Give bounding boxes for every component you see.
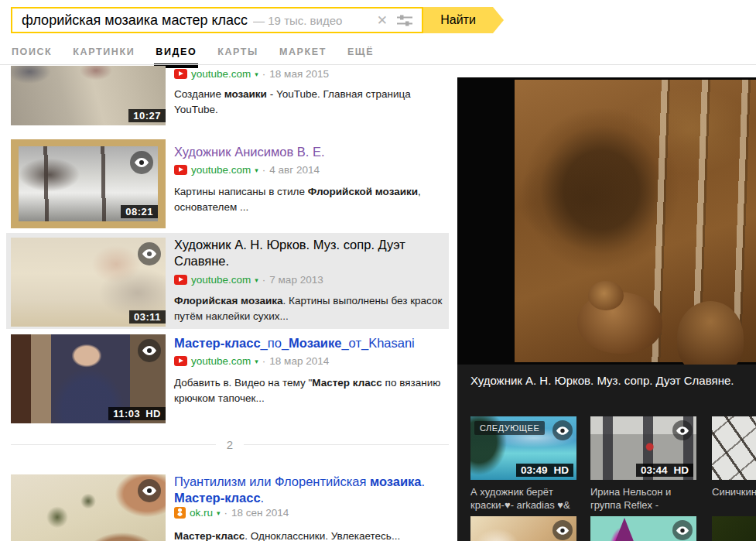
video-player-screen[interactable] [457,77,756,365]
player-info: Художник А. Н. Юрков. Муз. сопр. Дуэт Сл… [457,365,756,541]
chevron-down-icon[interactable]: ▾ [255,358,258,365]
result-title[interactable]: Мастер-класс_по_Мозаике_от_Khasani [174,335,446,351]
related-video-thumbnail[interactable] [590,516,696,541]
duration-badge: 10:27 [128,109,166,122]
result-thumbnail[interactable]: 11:03HD [11,334,166,423]
chevron-down-icon[interactable]: ▾ [255,166,258,174]
tab-maps[interactable]: КАРТЫ [217,44,258,60]
duration-badge: 03:49HD [516,464,573,477]
result-date: 18 мая 2015 [269,68,329,80]
result-date: 4 авг 2014 [269,164,320,176]
next-badge: СЛЕДУЮЩЕЕ [474,421,545,435]
result-title[interactable]: Художник А. Н. Юрков. Муз. сопр. Дуэт Сл… [174,237,423,269]
views-eye-icon [672,420,693,440]
youtube-icon [174,275,187,285]
search-result-count-hint: — 19 тыс. видео [253,14,371,27]
views-eye-icon [672,520,693,540]
related-video-thumbnail[interactable] [712,516,756,541]
chevron-down-icon[interactable]: ▾ [217,509,221,517]
result-description: Добавить в. Видео на тему "Мастер класс … [174,375,446,406]
divider-line [11,444,216,445]
result-source[interactable]: youtube.com [191,68,251,80]
result-source[interactable]: youtube.com [191,355,251,367]
youtube-icon [174,356,187,366]
result-meta: youtube.com ▾ · 18 мая 2015 [174,68,329,80]
result-source[interactable]: youtube.com [191,274,251,286]
result-date: 18 мар 2014 [269,355,329,367]
search-input[interactable]: флорийская мозаика мастер класс — 19 тыс… [11,7,423,33]
tab-market[interactable]: МАРКЕТ [279,44,327,60]
yandex-video-search-page: флорийская мозаика мастер класс — 19 тыс… [0,0,756,541]
filters-icon[interactable] [394,14,416,27]
page-divider: 2 [11,438,449,451]
result-date: 7 мар 2013 [269,274,323,286]
video-frame [515,80,756,362]
result-title[interactable]: Пуантилизм или Флорентийская мозаика. Ма… [174,474,446,506]
tab-search[interactable]: ПОИСК [12,44,52,60]
search-query-text: флорийская мозаика мастер класс [22,12,248,29]
related-video-thumbnail[interactable] [712,416,756,480]
result-meta: youtube.com ▾ · 18 мар 2014 [174,355,329,367]
header-divider [0,64,756,65]
result-title[interactable]: Художник Анисимов В. Е. [174,144,437,160]
duration-badge: 03:44HD [636,464,693,477]
meta-separator: · [262,68,266,80]
youtube-icon [174,165,187,175]
result-description: Создание мозаики - YouTube. Главная стра… [174,87,446,118]
search-button[interactable]: Найти [423,7,504,33]
views-eye-icon [138,242,161,265]
result-thumbnail[interactable]: 08:21 [11,139,166,228]
bear [677,301,744,374]
duration-badge: 03:11 [129,310,166,324]
search-button-label: Найти [440,13,476,27]
views-eye-icon [138,479,161,502]
result-thumbnail[interactable] [11,474,166,541]
page-number: 2 [227,438,233,451]
clear-icon[interactable]: ✕ [371,12,394,29]
result-description: Картины написаны в стиле Флорийской моза… [174,184,446,215]
tab-more[interactable]: ЕЩЁ [347,44,374,60]
player-video-title: Художник А. Н. Юрков. Муз. сопр. Дуэт Сл… [470,374,749,387]
result-description: Флорийская мозаика. Картины выполнены бе… [174,293,446,324]
service-tabs: ПОИСК КАРТИНКИ ВИДЕО КАРТЫ МАРКЕТ ЕЩЁ [12,44,374,60]
result-date: 18 сен 2014 [231,507,289,519]
views-eye-icon [552,420,573,440]
related-video-caption[interactable]: Ирина Нельсон и группа Reflex - [590,485,702,512]
result-thumbnail[interactable]: 10:27 [11,66,166,125]
result-meta: ok.ru ▾ · 18 сен 2014 [174,507,289,519]
odnoklassniki-icon [174,507,186,519]
tab-images[interactable]: КАРТИНКИ [73,44,135,60]
result-source[interactable]: ok.ru [190,507,213,519]
meta-separator: · [262,355,266,367]
result-meta: youtube.com ▾ · 7 мар 2013 [174,274,323,286]
views-eye-icon [552,520,573,540]
chevron-down-icon[interactable]: ▾ [255,70,258,78]
related-video-caption[interactable]: А художник берёт краски-♥- arkadias ♥& [470,485,582,512]
duration-badge: 11:03HD [108,407,166,420]
views-eye-icon [130,151,153,174]
related-video-caption[interactable]: Синичкин [712,485,756,498]
bear [577,292,662,354]
chevron-down-icon[interactable]: ▾ [255,276,258,284]
meta-separator: · [224,507,228,519]
result-thumbnail[interactable]: 03:11 [11,238,166,327]
result-source[interactable]: youtube.com [191,164,251,176]
divider-line [244,444,449,445]
result-description: Мастер-класс. Одноклассники. Увлекаетесь… [174,529,446,541]
duration-badge: 08:21 [121,205,158,218]
video-player-panel: Художник А. Н. Юрков. Муз. сопр. Дуэт Сл… [457,77,756,541]
related-video-thumbnail[interactable]: СЛЕДУЮЩЕЕ 03:49HD [470,416,576,480]
related-video-thumbnail[interactable] [470,516,576,541]
related-video-thumbnail[interactable]: 03:44HD [590,416,696,480]
views-eye-icon [138,339,161,362]
youtube-icon [174,69,187,79]
meta-separator: · [262,164,266,176]
meta-separator: · [262,274,266,286]
tab-video[interactable]: ВИДЕО [156,44,197,60]
result-meta: youtube.com ▾ · 4 авг 2014 [174,164,320,176]
